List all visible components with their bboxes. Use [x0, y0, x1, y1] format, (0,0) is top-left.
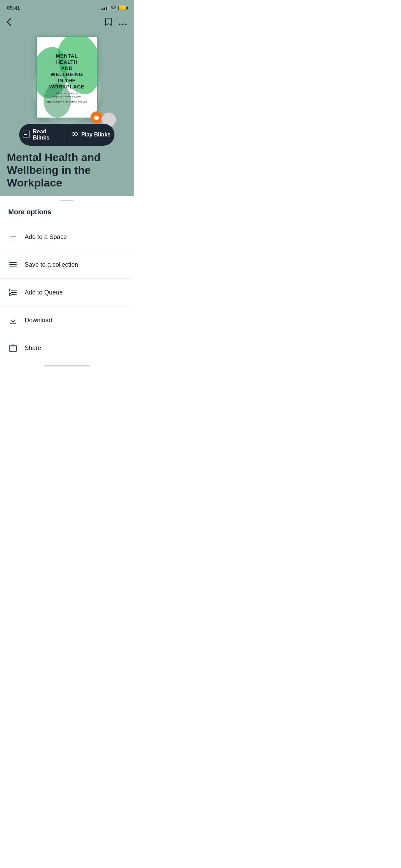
status-bar: 09:41: [0, 0, 134, 13]
time-display: 09:41: [7, 5, 20, 11]
sheet-handle: [60, 200, 74, 201]
signal-icon: [101, 6, 109, 10]
add-queue-label: Add to Queue: [25, 289, 63, 296]
svg-point-0: [113, 9, 114, 9]
more-options-button[interactable]: [119, 19, 127, 27]
book-main-title: Mental Health and Wellbeing in theWorkpl…: [7, 151, 127, 189]
download-item[interactable]: Download: [0, 306, 134, 334]
back-button[interactable]: [7, 18, 11, 28]
svg-point-16: [9, 267, 10, 267]
download-icon: [8, 315, 18, 325]
blinkist-logo: [90, 111, 103, 124]
book-cover-subtitle: A Practical Guide forEmployers and Emplo…: [47, 92, 87, 98]
book-title-section: Mental Health and Wellbeing in theWorkpl…: [0, 151, 134, 196]
action-buttons-row: Read Blinks Play Blinks: [19, 124, 114, 146]
top-navigation: [0, 13, 134, 33]
save-collection-icon: [8, 260, 18, 269]
play-icon: [71, 131, 78, 139]
bookmark-button[interactable]: [105, 17, 112, 28]
sheet-title: More options: [0, 204, 134, 223]
wifi-icon: [111, 5, 116, 10]
add-queue-item[interactable]: Add to Queue: [0, 279, 134, 306]
add-queue-icon: [8, 288, 18, 297]
book-cover-author: GILL HASSON AND DONNA BUTLER: [47, 101, 87, 103]
nav-action-buttons: [105, 17, 127, 28]
svg-rect-4: [23, 131, 30, 137]
add-space-label: Add to a Space: [25, 233, 67, 241]
home-indicator: [44, 365, 90, 366]
add-to-space-item[interactable]: Add to a Space: [0, 223, 134, 251]
read-blinks-button[interactable]: Read Blinks: [19, 124, 67, 146]
book-hero-section: MENTAL HEALTH AND WELLBEING IN THE WORKP…: [0, 33, 134, 151]
svg-point-15: [9, 264, 10, 265]
bottom-sheet: More options Add to a Space Save to a co…: [0, 200, 134, 378]
share-icon: [8, 343, 18, 353]
book-cover-title: MENTAL HEALTH AND WELLBEING IN THE WORKP…: [47, 53, 87, 90]
save-collection-item[interactable]: Save to a collection: [0, 251, 134, 279]
svg-point-2: [122, 24, 124, 25]
play-blinks-label: Play Blinks: [81, 132, 110, 138]
download-label: Download: [25, 317, 52, 324]
read-icon: [23, 131, 30, 139]
svg-point-14: [9, 262, 10, 263]
save-collection-label: Save to a collection: [25, 261, 78, 268]
share-label: Share: [25, 345, 41, 352]
svg-point-1: [119, 24, 121, 25]
svg-point-3: [125, 24, 127, 25]
read-blinks-label: Read Blinks: [33, 129, 63, 141]
add-space-icon: [8, 232, 18, 242]
battery-icon: [118, 6, 127, 10]
status-icons: [101, 5, 127, 10]
svg-point-8: [75, 133, 77, 135]
share-item[interactable]: Share: [0, 334, 134, 362]
book-cover: MENTAL HEALTH AND WELLBEING IN THE WORKP…: [36, 36, 98, 118]
play-blinks-button[interactable]: Play Blinks: [67, 124, 114, 146]
